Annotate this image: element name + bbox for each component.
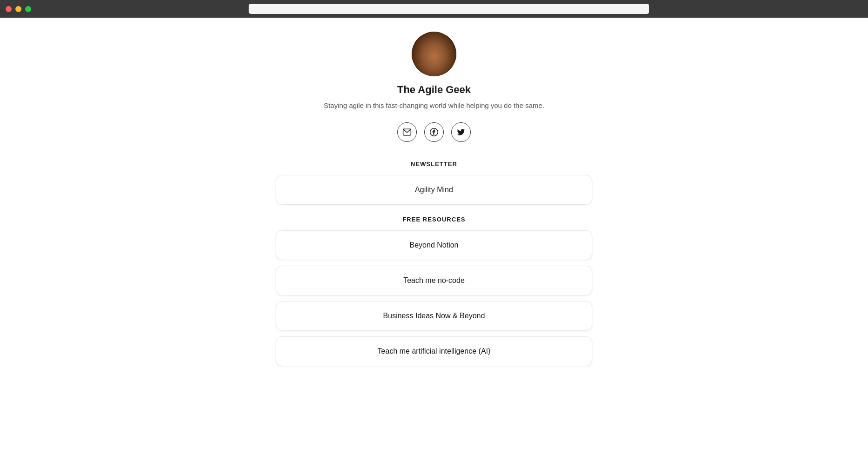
social-icons-row xyxy=(397,122,471,142)
svg-rect-4 xyxy=(425,54,431,58)
svg-point-10 xyxy=(422,49,434,62)
address-bar[interactable] xyxy=(249,4,649,14)
svg-point-0 xyxy=(412,32,456,76)
profile-name: The Agile Geek xyxy=(397,84,471,96)
svg-point-2 xyxy=(424,45,444,69)
free-resources-links: Beyond Notion Teach me no-code Business … xyxy=(276,230,592,366)
minimize-button[interactable] xyxy=(15,6,21,12)
twitter-icon xyxy=(456,127,466,137)
teach-ai-link[interactable]: Teach me artificial intelligence (AI) xyxy=(276,336,592,366)
profile-bio: Staying agile in this fast-changing worl… xyxy=(324,100,544,111)
newsletter-label: NEWSLETTER xyxy=(411,161,457,168)
free-resources-section: Beyond Notion Teach me no-code Business … xyxy=(276,230,592,366)
avatar-image xyxy=(412,32,456,76)
maximize-button[interactable] xyxy=(25,6,31,12)
facebook-icon xyxy=(429,127,439,137)
svg-rect-8 xyxy=(433,54,440,58)
teach-no-code-link[interactable]: Teach me no-code xyxy=(276,266,592,295)
svg-point-1 xyxy=(422,34,446,55)
newsletter-links: Agility Mind xyxy=(276,175,592,205)
titlebar xyxy=(0,0,868,18)
agility-mind-link[interactable]: Agility Mind xyxy=(276,175,592,205)
facebook-icon-button[interactable] xyxy=(424,122,444,142)
email-icon-button[interactable] xyxy=(397,122,417,142)
svg-rect-5 xyxy=(433,54,440,58)
free-resources-label: FREE RESOURCES xyxy=(402,216,465,223)
svg-rect-7 xyxy=(425,54,431,58)
twitter-icon-button[interactable] xyxy=(451,122,471,142)
email-icon xyxy=(402,127,412,137)
business-ideas-link[interactable]: Business Ideas Now & Beyond xyxy=(276,301,592,331)
avatar xyxy=(412,32,456,76)
beyond-notion-link[interactable]: Beyond Notion xyxy=(276,230,592,260)
svg-point-3 xyxy=(423,43,440,62)
svg-point-9 xyxy=(419,69,449,76)
page-content: The Agile Geek Staying agile in this fas… xyxy=(0,18,868,394)
close-button[interactable] xyxy=(6,6,12,12)
